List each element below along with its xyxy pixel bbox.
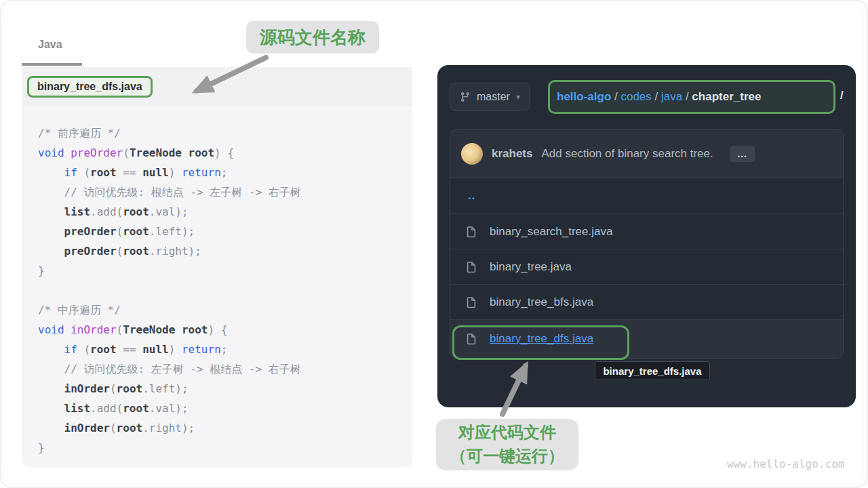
file-browser: krahets Add section of binary search tre… — [450, 129, 844, 359]
file-row[interactable]: binary_search_tree.java — [450, 214, 843, 249]
file-row[interactable]: binary_tree_dfs.java — [450, 319, 843, 358]
code-line: list.add(root.val); — [38, 399, 412, 418]
code-line: inOrder(root.right); — [38, 418, 412, 438]
code-line: void inOrder(TreeNode root) { — [38, 320, 412, 340]
annotation-source-label: 源码文件名称 — [246, 21, 379, 54]
annotation-source-text: 源码文件名称 — [260, 26, 366, 49]
breadcrumb-tail-slash: / — [840, 89, 844, 102]
code-filename: binary_tree_dfs.java — [37, 81, 142, 92]
code-line: } — [38, 438, 412, 458]
code-line: if (root == null) return; — [38, 163, 412, 182]
code-line: /* 前序遍历 */ — [38, 123, 412, 143]
code-line — [38, 281, 412, 300]
figure-root: Java binary_tree_dfs.java /* 前序遍历 */void… — [0, 0, 868, 488]
code-line: list.add(root.val); — [38, 202, 412, 222]
breadcrumb-segment[interactable]: java — [661, 90, 682, 103]
file-name-link[interactable]: binary_tree_bfs.java — [490, 296, 593, 309]
file-icon — [465, 296, 477, 308]
annotation-target-text-2: （可一键运行） — [450, 445, 564, 468]
commit-more-button[interactable]: … — [730, 146, 755, 162]
tab-java[interactable]: Java — [38, 39, 62, 51]
code-line: if (root == null) return; — [38, 340, 412, 359]
file-row-parent[interactable]: .. — [450, 178, 843, 214]
breadcrumb-segment: chapter_tree — [692, 90, 761, 103]
branch-selector[interactable]: master ▾ — [450, 83, 530, 111]
breadcrumb-highlight-box: hello-algo / codes / java / chapter_tree — [548, 80, 835, 114]
tab-active-indicator — [22, 63, 82, 66]
code-block: /* 前序遍历 */void preOrder(TreeNode root) {… — [22, 107, 412, 468]
annotation-target-label: 对应代码文件 （可一键运行） — [436, 419, 578, 470]
code-line: preOrder(root.left); — [38, 222, 412, 241]
file-row[interactable]: binary_tree_bfs.java — [450, 284, 843, 319]
latest-commit-row: krahets Add section of binary search tre… — [450, 129, 843, 178]
commit-author-link[interactable]: krahets — [492, 147, 532, 161]
file-icon — [465, 333, 477, 345]
breadcrumb: hello-algo / codes / java / chapter_tree — [557, 90, 761, 104]
code-line: // 访问优先级: 根结点 -> 左子树 -> 右子树 — [38, 182, 412, 202]
breadcrumb-separator: / — [652, 90, 661, 103]
file-row[interactable]: binary_tree.java — [450, 249, 843, 284]
file-name-link[interactable]: binary_tree.java — [490, 260, 572, 274]
code-line: } — [38, 261, 412, 281]
code-line: // 访问优先级: 左子树 -> 根结点 -> 右子树 — [38, 359, 412, 379]
code-line: preOrder(root.right); — [38, 241, 412, 261]
github-panel: master ▾ hello-algo / codes / java / cha… — [437, 65, 856, 407]
breadcrumb-segment[interactable]: codes — [620, 90, 651, 103]
commit-message[interactable]: Add section of binary search tree. — [541, 147, 713, 161]
code-line: inOrder(root.left); — [38, 379, 412, 399]
file-list: ..binary_search_tree.javabinary_tree.jav… — [450, 178, 843, 358]
avatar[interactable] — [461, 143, 483, 165]
branch-name: master — [477, 91, 510, 103]
file-name-link[interactable]: binary_tree_dfs.java — [490, 332, 593, 346]
filename-highlight-box: binary_tree_dfs.java — [27, 76, 153, 98]
file-icon — [465, 261, 477, 273]
git-branch-icon — [460, 92, 471, 102]
watermark: www.hello-algo.com — [727, 458, 844, 470]
chevron-down-icon: ▾ — [516, 92, 520, 102]
file-icon — [465, 226, 477, 238]
breadcrumb-segment[interactable]: hello-algo — [557, 90, 611, 103]
code-line: /* 中序遍历 */ — [38, 300, 412, 320]
parent-dir-link[interactable]: .. — [465, 189, 475, 203]
breadcrumb-separator: / — [682, 90, 692, 103]
tooltip: binary_tree_dfs.java — [595, 361, 710, 380]
breadcrumb-separator: / — [611, 90, 620, 103]
annotation-target-text-1: 对应代码文件 — [458, 421, 556, 445]
code-filename-bar: binary_tree_dfs.java — [22, 67, 412, 106]
code-line: void preOrder(TreeNode root) { — [38, 143, 412, 163]
file-name-link[interactable]: binary_search_tree.java — [490, 225, 612, 239]
